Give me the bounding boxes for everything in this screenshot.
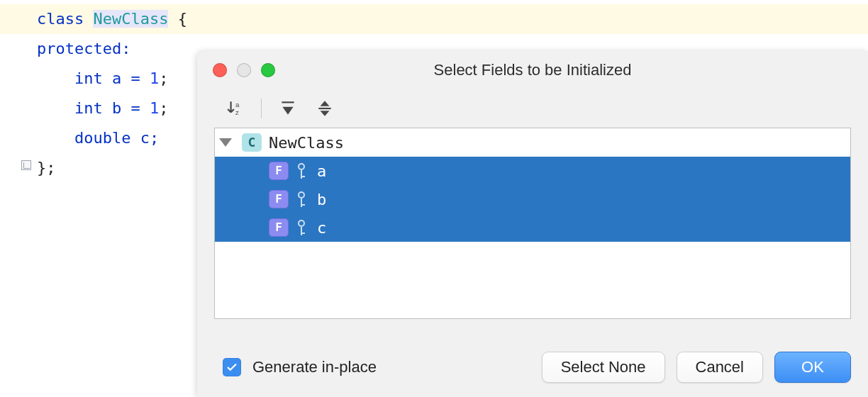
- tree-class-row[interactable]: C NewClass: [215, 128, 850, 157]
- dialog-toolbar: az: [197, 89, 868, 128]
- select-none-button[interactable]: Select None: [542, 352, 665, 383]
- select-fields-dialog: Select Fields to be Initialized az C New…: [197, 51, 868, 397]
- field-badge-icon: F: [269, 162, 289, 180]
- fields-tree[interactable]: C NewClass F a F b F c: [214, 128, 851, 319]
- cancel-button[interactable]: Cancel: [677, 352, 763, 383]
- field-badge-icon: F: [269, 218, 289, 237]
- chevron-down-icon[interactable]: [219, 138, 232, 147]
- dialog-titlebar: Select Fields to be Initialized: [197, 51, 868, 89]
- tree-field-label: a: [317, 162, 326, 180]
- tree-field-label: c: [317, 219, 326, 237]
- key-icon: [296, 163, 308, 179]
- tree-field-row[interactable]: F a: [215, 157, 850, 185]
- tree-field-row[interactable]: F c: [215, 213, 850, 242]
- tree-field-label: b: [317, 191, 326, 208]
- collapse-all-button[interactable]: [314, 98, 335, 119]
- sort-button[interactable]: az: [224, 98, 245, 119]
- field-badge-icon: F: [269, 190, 289, 208]
- window-minimize-icon: [237, 63, 251, 77]
- dialog-title: Select Fields to be Initialized: [197, 61, 868, 79]
- svg-text:z: z: [235, 108, 239, 116]
- svg-text:a: a: [235, 101, 240, 108]
- code-line-1: class NewClass {: [0, 4, 868, 34]
- window-close-icon[interactable]: [213, 63, 227, 77]
- key-icon: [296, 191, 308, 207]
- generate-in-place-checkbox[interactable]: [223, 358, 241, 376]
- tree-field-row[interactable]: F b: [215, 185, 850, 213]
- toolbar-separator: [261, 99, 262, 118]
- tree-class-label: NewClass: [269, 134, 344, 152]
- key-icon: [296, 220, 308, 235]
- generate-in-place-label: Generate in-place: [252, 358, 377, 376]
- ok-button[interactable]: OK: [774, 352, 851, 383]
- expand-all-button[interactable]: [277, 98, 299, 119]
- window-zoom-icon[interactable]: [261, 63, 275, 77]
- dialog-footer: Generate in-place Select None Cancel OK: [197, 347, 868, 387]
- class-badge-icon: C: [242, 133, 262, 152]
